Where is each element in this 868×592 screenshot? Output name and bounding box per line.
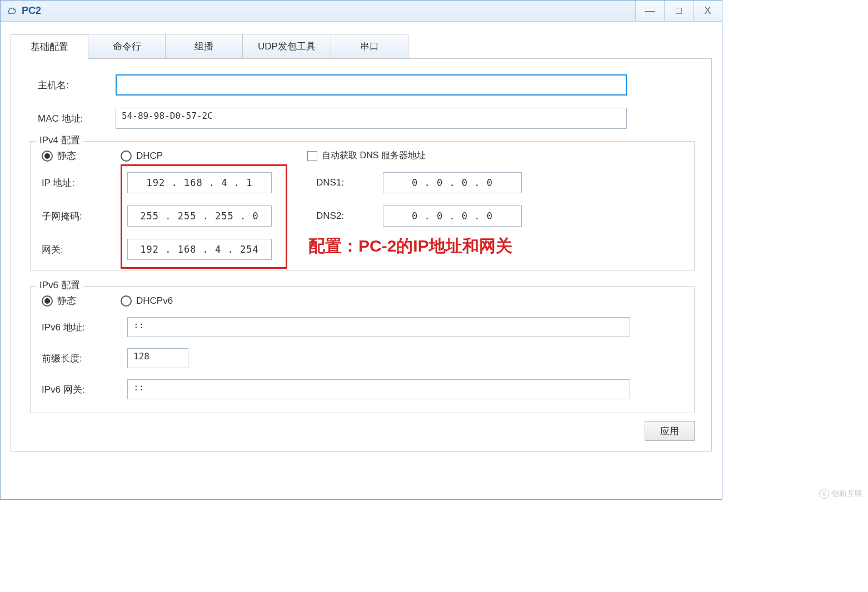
mac-label: MAC 地址: (38, 112, 116, 125)
radio-ipv4-dhcp[interactable] (121, 150, 132, 162)
close-button[interactable]: X (693, 1, 722, 21)
row-ipv6-gateway: IPv6 网关: :: (38, 379, 686, 399)
radio-ipv4-dhcp-label: DHCP (136, 150, 163, 162)
titlebar: PC2 — □ X (1, 1, 722, 22)
app-window: PC2 — □ X 基础配置 命令行 组播 UDP发包工具 串口 主机名: MA… (0, 0, 722, 500)
ipv6-address-input[interactable]: :: (127, 317, 630, 337)
auto-dns-label: 自动获取 DNS 服务器地址 (322, 150, 426, 162)
row-ipv6-prefix: 前缀长度: 128 (38, 348, 686, 368)
tab-multicast[interactable]: 组播 (165, 34, 243, 58)
row-mac: MAC 地址: 54-89-98-D0-57-2C (38, 108, 695, 129)
ipv6-prefix-label: 前缀长度: (38, 352, 127, 365)
radio-ipv6-dhcpv6-label: DHCPv6 (136, 295, 173, 307)
annotation-text: 配置：PC-2的IP地址和网关 (308, 235, 512, 258)
ipv6-legend: IPv6 配置 (36, 279, 83, 292)
radio-ipv4-static-label: 静态 (57, 149, 76, 162)
ipv4-mode-row: 静态 DHCP 自动获取 DNS 服务器地址 (38, 149, 686, 162)
watermark-icon: K (819, 489, 829, 499)
tab-content-basic: 主机名: MAC 地址: 54-89-98-D0-57-2C IPv4 配置 静… (11, 59, 712, 451)
radio-ipv6-static-label: 静态 (57, 294, 76, 307)
radio-ipv6-dhcpv6[interactable] (121, 295, 132, 307)
dns2-label: DNS2: (294, 210, 383, 222)
ipv6-address-label: IPv6 地址: (38, 321, 127, 334)
ipv6-gateway-label: IPv6 网关: (38, 383, 127, 396)
ip-address-label: IP 地址: (38, 177, 116, 189)
window-controls: — □ X (635, 1, 722, 21)
hostname-label: 主机名: (38, 79, 116, 92)
radio-ipv6-static[interactable] (42, 295, 53, 307)
watermark: K 创新互联 (819, 489, 862, 499)
checkbox-auto-dns[interactable] (307, 151, 317, 161)
ipv6-mode-row: 静态 DHCPv6 (38, 294, 686, 307)
row-ipv6-addr: IPv6 地址: :: (38, 317, 686, 337)
minimize-button[interactable]: — (635, 1, 664, 21)
mac-input[interactable]: 54-89-98-D0-57-2C (116, 108, 627, 129)
dns1-label: DNS1: (294, 177, 383, 188)
app-icon (6, 6, 17, 17)
ipv6-prefix-input[interactable]: 128 (127, 348, 188, 368)
ipv6-fieldset: IPv6 配置 静态 DHCPv6 IPv6 地址: :: 前缀长度: 128 … (30, 286, 695, 413)
gateway-input[interactable]: 192 . 168 . 4 . 254 (127, 239, 272, 260)
subnet-mask-label: 子网掩码: (38, 210, 116, 223)
dns1-input[interactable]: 0 . 0 . 0 . 0 (383, 172, 522, 193)
dns2-input[interactable]: 0 . 0 . 0 . 0 (383, 205, 522, 227)
tabs-row: 基础配置 命令行 组播 UDP发包工具 串口 (11, 34, 712, 59)
apply-button[interactable]: 应用 (645, 421, 695, 441)
row-hostname: 主机名: (38, 74, 695, 96)
ipv4-legend: IPv4 配置 (36, 134, 83, 147)
tab-udp-tool[interactable]: UDP发包工具 (242, 34, 331, 58)
subnet-mask-input[interactable]: 255 . 255 . 255 . 0 (127, 205, 272, 227)
client-area: 基础配置 命令行 组播 UDP发包工具 串口 主机名: MAC 地址: 54-8… (1, 22, 722, 461)
gateway-label: 网关: (38, 243, 116, 256)
apply-row: 应用 (38, 421, 695, 441)
tab-basic-config[interactable]: 基础配置 (11, 34, 88, 59)
ipv4-fieldset: IPv4 配置 静态 DHCP 自动获取 DNS 服务器地址 IP 地址: 19… (30, 141, 695, 270)
tab-serial[interactable]: 串口 (331, 34, 408, 58)
hostname-input[interactable] (116, 74, 627, 96)
radio-ipv4-static[interactable] (42, 150, 53, 162)
watermark-text: 创新互联 (831, 489, 862, 499)
ipv6-gateway-input[interactable]: :: (127, 379, 630, 399)
maximize-button[interactable]: □ (664, 1, 693, 21)
ip-address-input[interactable]: 192 . 168 . 4 . 1 (127, 172, 272, 193)
window-title: PC2 (22, 5, 41, 17)
tab-cli[interactable]: 命令行 (88, 34, 166, 58)
